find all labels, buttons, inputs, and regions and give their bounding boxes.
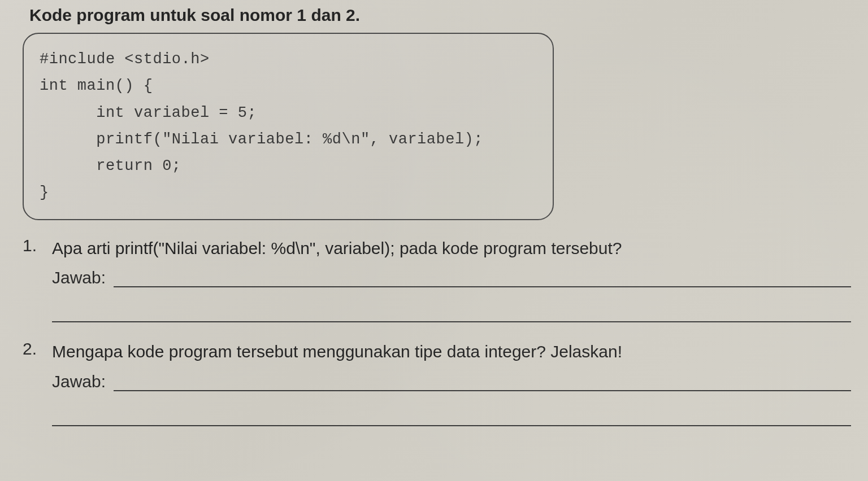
question-1-number: 1. (23, 236, 38, 255)
question-2-text: Mengapa kode program tersebut menggunaka… (52, 339, 851, 364)
code-line-2: int main() { (40, 73, 537, 99)
question-1-answer-label: Jawab: (52, 268, 106, 287)
question-2-answer-line-1 (114, 374, 851, 391)
question-1-text: Apa arti printf("Nilai variabel: %d\n", … (52, 236, 851, 261)
code-line-5: return 0; (40, 153, 537, 180)
code-line-1: #include <stdio.h> (40, 46, 537, 73)
question-2-answer-line-2 (52, 407, 851, 426)
question-2-number: 2. (23, 339, 38, 358)
question-1-answer-line-1 (114, 270, 851, 287)
code-line-4: printf("Nilai variabel: %d\n", variabel)… (40, 126, 537, 153)
question-1-answer-line-2 (52, 303, 851, 322)
question-2: 2. Mengapa kode program tersebut menggun… (23, 339, 851, 426)
page-heading: Kode program untuk soal nomor 1 dan 2. (23, 6, 851, 25)
question-1: 1. Apa arti printf("Nilai variabel: %d\n… (23, 236, 851, 323)
question-2-answer-label: Jawab: (52, 372, 106, 391)
code-line-6: } (40, 180, 537, 206)
code-snippet-box: #include <stdio.h> int main() { int vari… (23, 33, 554, 220)
code-line-3: int variabel = 5; (40, 100, 537, 126)
